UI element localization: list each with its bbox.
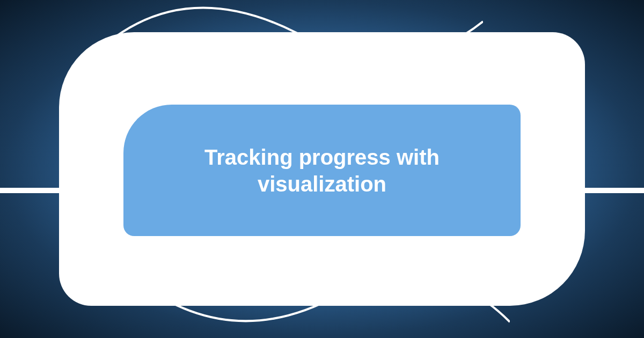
page-title: Tracking progress with visualization (123, 144, 521, 197)
horizontal-line-left (0, 188, 59, 193)
inner-card: Tracking progress with visualization (123, 105, 521, 236)
horizontal-line-right (585, 188, 644, 193)
